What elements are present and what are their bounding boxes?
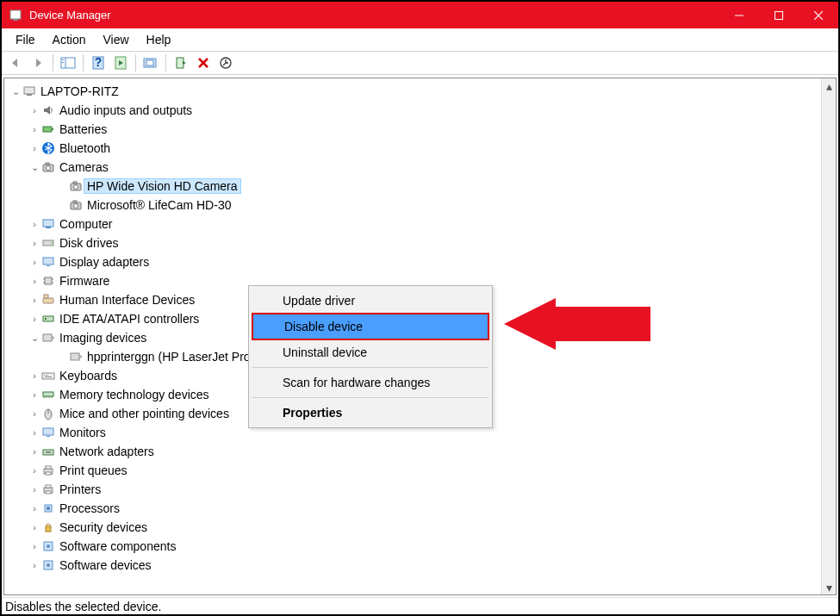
scroll-up-icon[interactable]: ▴ [822, 78, 836, 93]
tree-item-label: Computer [56, 217, 115, 231]
expand-icon[interactable]: › [28, 427, 40, 438]
tree-item[interactable]: Microsoft® LifeCam HD-30 [4, 196, 820, 215]
tree-item[interactable]: ⌄Cameras [4, 158, 820, 177]
expand-icon[interactable]: › [28, 276, 40, 286]
tree-item[interactable]: ›Printers [4, 480, 820, 499]
svg-rect-68 [46, 472, 51, 475]
menu-separator [252, 397, 488, 398]
svg-rect-48 [43, 334, 52, 341]
tree-item-label: Network adapters [56, 445, 158, 458]
context-item[interactable]: Properties [252, 401, 489, 425]
camera-icon [40, 160, 56, 174]
annotation-arrow-icon [504, 298, 659, 350]
tree-item[interactable]: ›Software devices [4, 556, 820, 575]
expand-icon[interactable]: ⌄ [28, 162, 40, 173]
svg-rect-26 [46, 163, 49, 165]
tree-item[interactable]: ›Disk drives [4, 233, 820, 252]
expand-icon[interactable]: › [28, 484, 40, 495]
tree-item[interactable]: HP Wide Vision HD Camera [4, 177, 820, 196]
expand-icon[interactable]: ⌄ [9, 86, 22, 97]
tree-item[interactable]: ›Computer [4, 215, 820, 233]
tree-item-label: HP Wide Vision HD Camera [84, 178, 241, 194]
expand-icon[interactable]: › [28, 465, 40, 476]
tree-item[interactable]: ›Batteries [4, 120, 820, 139]
context-item[interactable]: Disable device [252, 313, 489, 340]
expand-icon[interactable]: ⌄ [28, 333, 40, 344]
context-item[interactable]: Uninstall device [252, 340, 489, 364]
expand-icon[interactable]: › [28, 389, 40, 400]
expand-icon[interactable]: › [28, 124, 40, 134]
expand-icon[interactable]: › [28, 446, 40, 457]
app-icon [9, 9, 22, 22]
expand-icon[interactable]: › [28, 560, 40, 570]
menu-action[interactable]: Action [44, 30, 95, 49]
tree-item[interactable]: ›Software components [4, 537, 820, 556]
expand-icon[interactable]: › [28, 238, 40, 248]
action-button[interactable] [110, 53, 131, 72]
tree-item-label: Batteries [56, 122, 110, 136]
svg-rect-14 [146, 60, 153, 65]
expand-icon[interactable]: › [28, 314, 40, 324]
svg-rect-47 [45, 318, 47, 320]
tree-item-label: Monitors [56, 426, 109, 439]
tree-item-label: Firmware [56, 274, 113, 288]
expand-icon[interactable]: › [28, 295, 40, 305]
context-item[interactable]: Update driver [252, 289, 489, 313]
svg-rect-73 [47, 507, 50, 510]
tree-item[interactable]: ›Display adapters [4, 252, 820, 271]
svg-rect-71 [46, 491, 51, 494]
svg-rect-21 [43, 127, 52, 132]
chip-icon [40, 274, 56, 288]
enable-device-button[interactable] [171, 53, 191, 72]
svg-point-28 [74, 185, 78, 190]
scroll-down-icon[interactable]: ▾ [822, 580, 836, 594]
svg-rect-74 [46, 526, 51, 532]
help-button[interactable]: ? [88, 53, 109, 72]
show-hide-tree-button[interactable] [58, 53, 78, 72]
expand-icon[interactable]: › [28, 503, 40, 513]
menu-view[interactable]: View [94, 30, 137, 49]
minimize-button[interactable] [719, 2, 759, 28]
mouse-icon [40, 407, 56, 420]
context-item[interactable]: Scan for hardware changes [252, 370, 489, 395]
menu-help[interactable]: Help [138, 30, 180, 49]
expand-icon[interactable]: › [28, 257, 40, 267]
expand-icon[interactable]: › [28, 522, 40, 532]
svg-rect-45 [44, 295, 48, 298]
disable-device-button[interactable] [193, 53, 214, 72]
expand-icon[interactable]: › [28, 219, 40, 229]
tree-item-label: Imaging devices [56, 331, 150, 345]
update-driver-button[interactable] [140, 53, 161, 72]
statusbar: Disables the selected device. [2, 597, 838, 614]
tree-item[interactable]: ›Network adapters [4, 442, 820, 461]
tree-item[interactable]: ›Processors [4, 499, 820, 518]
svg-rect-34 [46, 227, 51, 228]
titlebar: Device Manager [2, 2, 838, 28]
expand-icon[interactable]: › [28, 541, 40, 551]
tree-item[interactable]: ›Bluetooth [4, 139, 820, 158]
tree-item[interactable]: ›Audio inputs and outputs [4, 101, 820, 120]
svg-rect-37 [43, 258, 53, 264]
scan-hardware-button[interactable] [215, 53, 236, 72]
svg-rect-15 [177, 58, 184, 68]
expand-icon[interactable]: › [28, 143, 40, 153]
close-button[interactable] [799, 2, 838, 28]
expand-icon[interactable]: › [28, 105, 40, 115]
expand-icon[interactable]: › [28, 408, 40, 419]
menu-file[interactable]: File [7, 30, 44, 49]
tree-item[interactable]: ›Security devices [4, 518, 820, 537]
expand-icon[interactable]: › [28, 370, 40, 381]
nav-forward-button[interactable] [28, 53, 48, 72]
content-area: ⌄LAPTOP-RITZ›Audio inputs and outputs›Ba… [3, 78, 837, 595]
tree-item[interactable]: ›Print queues [4, 461, 820, 480]
svg-rect-63 [47, 436, 50, 437]
tree-item-label: IDE ATA/ATAPI controllers [56, 312, 202, 326]
hid-icon [40, 293, 56, 307]
svg-rect-9 [62, 62, 64, 63]
svg-rect-32 [73, 201, 77, 202]
tree-root[interactable]: ⌄LAPTOP-RITZ [4, 82, 820, 101]
nav-back-button[interactable] [5, 53, 26, 72]
maximize-button[interactable] [759, 2, 799, 28]
status-text: Disables the selected device. [5, 600, 161, 613]
vertical-scrollbar[interactable]: ▴ ▾ [821, 78, 836, 594]
